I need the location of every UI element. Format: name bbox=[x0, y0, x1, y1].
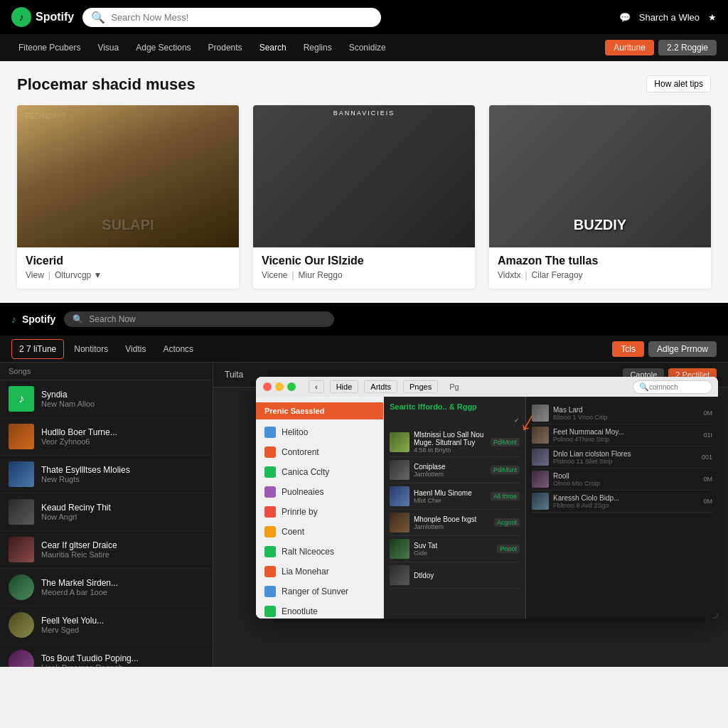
artists-button[interactable]: Artdts bbox=[364, 380, 397, 393]
popup-right-row-3[interactable]: Rooll Olnoo Mto Crotp 0M bbox=[532, 469, 712, 491]
nav-bar-top: Fiteone Pcubers Visua Adge Sections Prod… bbox=[0, 34, 728, 61]
popup-phone-song-0[interactable]: Mlstnissi Luo Sall Nou Muge. Sltutranl T… bbox=[390, 428, 520, 457]
popup-phone-action-1[interactable]: PdiMont bbox=[491, 466, 520, 474]
popup-menu-ralt[interactable]: Ralt Nlceoces bbox=[256, 542, 383, 562]
song-item-2[interactable]: Thate Esyllltses Mlolies New Rugts bbox=[0, 456, 213, 493]
popup-menu-label-lia: Lia Monehar bbox=[282, 567, 329, 577]
popup-menu-lia[interactable]: Lia Monehar bbox=[256, 562, 383, 582]
card2-view[interactable]: Vicene bbox=[262, 270, 287, 280]
song-info-7: Tos Bout Tuudio Poping... Licek Prgorase… bbox=[41, 653, 204, 667]
popup-search-input[interactable] bbox=[649, 383, 706, 391]
popup-phone-action-4[interactable]: Pnoot bbox=[497, 545, 520, 553]
popup-right-dur-1: 01I bbox=[703, 432, 712, 439]
nav-item-visua[interactable]: Visua bbox=[90, 38, 126, 57]
nav-item-adge[interactable]: Adge Sections bbox=[129, 38, 198, 57]
nav-bar-bottom: 2 7 liTune Nontitors Vidtis Actoncs Tcls… bbox=[0, 336, 728, 363]
search-input-top[interactable] bbox=[111, 12, 373, 23]
popup-sidebar: Prenic Saessled Helitoo Contorent Canica… bbox=[256, 397, 384, 619]
nav-item2-vidtis[interactable]: Vidtis bbox=[118, 340, 153, 358]
popup-menu-icon-contorent bbox=[264, 446, 276, 458]
song-item-5[interactable]: The Markel Sirden... Meoerd A bar 1ooe bbox=[0, 569, 213, 606]
maximize-button[interactable] bbox=[287, 382, 296, 391]
nav-item-search[interactable]: Search bbox=[252, 38, 294, 57]
nav-item-prodents[interactable]: Prodents bbox=[201, 38, 250, 57]
card1-extra[interactable]: Olturvcgp ▼ bbox=[55, 270, 102, 280]
popup-phone-thumb-0 bbox=[390, 432, 410, 452]
song-thumb-7 bbox=[9, 650, 34, 667]
song-item-6[interactable]: Feell Yeel Yolu... Merv Sged bbox=[0, 606, 213, 644]
back-button[interactable]: ‹ bbox=[309, 380, 324, 393]
song-item-7[interactable]: Tos Bout Tuudio Poping... Licek Prgorase… bbox=[0, 644, 213, 667]
search-icon-bottom: 🔍 bbox=[73, 314, 83, 324]
popup-menu-helitoo[interactable]: Helitoo bbox=[256, 422, 383, 442]
popup-phone-info-4: Suv Tat Gide bbox=[414, 542, 493, 557]
popup-right-row-0[interactable]: Mas Lard Bliooo 1 Vnoo Citip 0M bbox=[532, 402, 712, 424]
song-title-7: Tos Bout Tuudio Poping... bbox=[41, 653, 204, 663]
song-item-syndia[interactable]: ♪ Syndia New Nam Alloo bbox=[0, 380, 213, 418]
popup-right-title-4: Karessh Ciolo Bidp... bbox=[553, 494, 699, 502]
popup-menu-prinrle[interactable]: Prinrle by bbox=[256, 502, 383, 522]
popup-menu-ranger[interactable]: Ranger of Sunver bbox=[256, 582, 383, 601]
roggie-button[interactable]: 2.2 Roggie bbox=[658, 40, 717, 55]
close-button[interactable] bbox=[263, 382, 272, 391]
song-item-3[interactable]: Keaud Reciny Thit Now Angrl bbox=[0, 493, 213, 531]
nav-item2-litune[interactable]: 2 7 liTune bbox=[11, 339, 64, 359]
song-thumb-4 bbox=[9, 537, 34, 562]
song-artist-7: Licek Prgorase Ragneh bbox=[41, 663, 204, 667]
hide-button[interactable]: Hide bbox=[330, 380, 359, 393]
popup-right-thumb-1 bbox=[532, 427, 549, 444]
tcls-button[interactable]: Tcls bbox=[612, 341, 644, 357]
popup-phone-action-3[interactable]: Acgoot bbox=[494, 518, 520, 527]
card3-view[interactable]: Vidxtx bbox=[498, 270, 520, 280]
minimize-button[interactable] bbox=[275, 382, 284, 391]
popup-right-dur-0: 0M bbox=[703, 410, 712, 417]
nav-item-reglins[interactable]: Reglins bbox=[296, 38, 339, 57]
popup-right-info-2: Dnlo Lian ciolston Flores Plstnoo 11 Sli… bbox=[553, 450, 697, 465]
popup-menu-contorent[interactable]: Contorent bbox=[256, 442, 383, 462]
how-alert-button[interactable]: How alet tips bbox=[646, 75, 711, 92]
search-bar-top[interactable]: 🔍 bbox=[82, 8, 381, 27]
song-thumb-syndia: ♪ bbox=[9, 386, 34, 412]
popup-phone-song-3[interactable]: Mhonple Booe fxgst Jarnlottem Acgoot bbox=[390, 510, 520, 536]
page-title: Plocemar shacid muses bbox=[17, 75, 711, 94]
popup-menu-enoot[interactable]: Enootlute bbox=[256, 601, 383, 619]
popup-phone-song-5[interactable]: Dtldoy bbox=[390, 562, 520, 589]
song-item-4[interactable]: Cear If gltser Draice Mauritia Reic Sati… bbox=[0, 531, 213, 569]
popup-right-row-4[interactable]: Karessh Ciolo Bidp... Fbltnoo 9 Avd 2Sgo… bbox=[532, 491, 712, 513]
card3-extra[interactable]: Cilar Feragoy bbox=[532, 270, 583, 280]
nav-item2-actoncs[interactable]: Actoncs bbox=[156, 340, 200, 358]
star-icon-top[interactable]: ★ bbox=[708, 12, 717, 23]
song-artist-2: New Rugts bbox=[41, 475, 204, 483]
adlge-button[interactable]: Adlge Prrnow bbox=[648, 341, 717, 357]
popup-right-songs: Mas Lard Bliooo 1 Vnoo Citip 0M Feet Num… bbox=[526, 397, 718, 619]
popup-menu-coent[interactable]: Coent bbox=[256, 522, 383, 542]
nav-item-fiteone[interactable]: Fiteone Pcubers bbox=[11, 38, 87, 57]
pages-button[interactable]: Pnges bbox=[403, 380, 438, 393]
auritune-button[interactable]: Auritune bbox=[605, 40, 654, 55]
popup-menu-puol[interactable]: Puolneaies bbox=[256, 482, 383, 502]
popup-phone-action-2[interactable]: All throe bbox=[491, 492, 520, 500]
popup-phone-action-0[interactable]: PdiMont bbox=[491, 438, 520, 446]
popup-search-bar[interactable]: 🔍 bbox=[633, 380, 712, 394]
search-bar-bottom[interactable]: 🔍 Search Now bbox=[64, 311, 334, 327]
popup-menu-label-helitoo: Helitoo bbox=[282, 427, 308, 437]
card1-view[interactable]: View bbox=[26, 270, 44, 280]
nav-item2-nontitors[interactable]: Nontitors bbox=[67, 340, 115, 358]
nav-item-sconidize[interactable]: Sconidize bbox=[342, 38, 393, 57]
card2-subtitle: BANNAVICIEIS bbox=[333, 109, 395, 117]
popup-phone-song-2[interactable]: Haenl Mlu Sinome Mlot Cher All throe bbox=[390, 483, 520, 510]
popup-menu-icon-canica bbox=[264, 466, 276, 478]
popup-menu-icon-ralt bbox=[264, 546, 276, 557]
popup-phone-song-1[interactable]: Coniplase Jarnlottem PdiMont bbox=[390, 457, 520, 483]
song-item-1[interactable]: Hudllo Boer Turne... Veor Zyhnoo6 bbox=[0, 418, 213, 456]
popup-right-meta-1: Polnoo 4Thino Strip bbox=[553, 436, 699, 443]
popup-phone-song-4[interactable]: Suv Tat Gide Pnoot bbox=[390, 536, 520, 562]
popup-right-thumb-0 bbox=[532, 405, 549, 422]
card2-extra[interactable]: Miur Reggo bbox=[299, 270, 343, 280]
popup-right-row-1[interactable]: Feet Nummacai Moy... Polnoo 4Thino Strip… bbox=[532, 424, 712, 446]
popup-phone-info-2: Haenl Mlu Sinome Mlot Cher bbox=[414, 489, 486, 504]
popup-menu-canica[interactable]: Canica Cclty bbox=[256, 462, 383, 482]
popup-right-row-2[interactable]: Dnlo Lian ciolston Flores Plstnoo 11 Sli… bbox=[532, 446, 712, 469]
song-thumb-2 bbox=[9, 461, 34, 487]
spotify-wordmark-bottom: Spotify bbox=[22, 314, 55, 325]
